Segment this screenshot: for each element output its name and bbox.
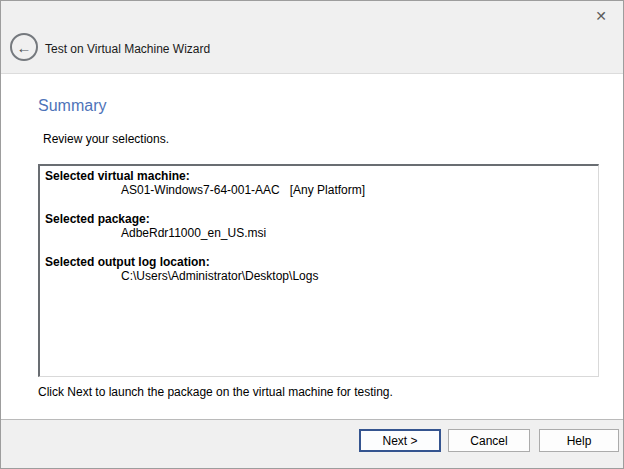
back-button[interactable]: ←	[10, 33, 38, 61]
summary-value: AS01-Windows7-64-001-AAC [Any Platform]	[45, 183, 593, 197]
summary-section-log-location: Selected output log location: C:\Users\A…	[45, 255, 593, 283]
help-button[interactable]: Help	[539, 429, 619, 452]
summary-label: Selected virtual machine:	[45, 169, 593, 183]
wizard-content: Summary Review your selections. Selected…	[1, 75, 623, 419]
wizard-footer: Next > Cancel Help	[1, 419, 623, 468]
next-button[interactable]: Next >	[359, 429, 441, 452]
instruction-text: Review your selections.	[43, 132, 169, 146]
wizard-window: ✕ ← Test on Virtual Machine Wizard Summa…	[0, 0, 624, 469]
wizard-header: ✕ ← Test on Virtual Machine Wizard	[1, 1, 623, 74]
summary-value: AdbeRdr11000_en_US.msi	[45, 226, 593, 240]
page-title: Summary	[38, 97, 106, 115]
summary-section-package: Selected package: AdbeRdr11000_en_US.msi	[45, 212, 593, 240]
cancel-button[interactable]: Cancel	[448, 429, 530, 452]
summary-label: Selected output log location:	[45, 255, 593, 269]
note-text: Click Next to launch the package on the …	[38, 385, 393, 399]
close-icon[interactable]: ✕	[591, 6, 611, 26]
summary-section-virtual-machine: Selected virtual machine: AS01-Windows7-…	[45, 169, 593, 197]
summary-label: Selected package:	[45, 212, 593, 226]
summary-box: Selected virtual machine: AS01-Windows7-…	[38, 164, 599, 377]
summary-value: C:\Users\Administrator\Desktop\Logs	[45, 269, 593, 283]
wizard-title: Test on Virtual Machine Wizard	[45, 42, 210, 56]
back-arrow-icon: ←	[17, 40, 32, 55]
